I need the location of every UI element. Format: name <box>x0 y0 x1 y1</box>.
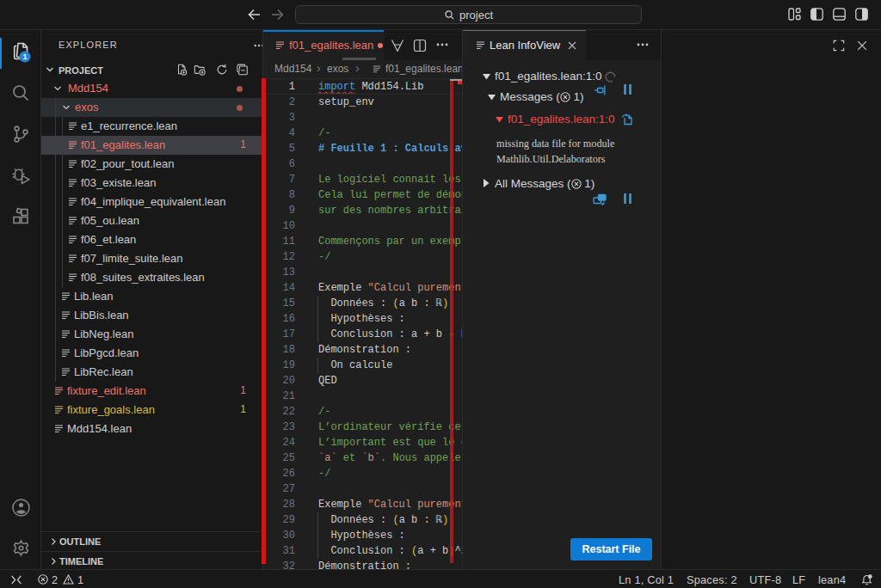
svg-text:1: 1 <box>22 52 27 61</box>
